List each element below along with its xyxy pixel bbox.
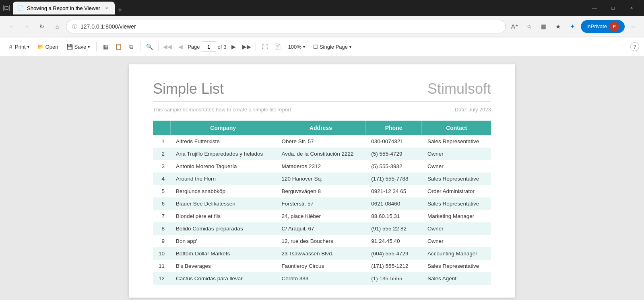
save-label: Save bbox=[74, 44, 87, 50]
inprivate-button[interactable]: InPrivate P bbox=[581, 20, 625, 33]
close-button[interactable]: × bbox=[622, 0, 641, 16]
refresh-button[interactable]: ↻ bbox=[35, 20, 48, 33]
cell-company: Berglunds snabbköp bbox=[170, 185, 276, 197]
new-tab-button[interactable]: + bbox=[115, 6, 126, 14]
cell-company: Alfreds Futterkiste bbox=[170, 135, 276, 148]
more-options-button[interactable]: ··· bbox=[626, 20, 639, 33]
address-text: 127.0.0.1:8000/viewer bbox=[80, 23, 136, 30]
cell-contact: Sales Representative bbox=[422, 173, 491, 185]
fullscreen-button[interactable]: ⛶ bbox=[259, 41, 270, 52]
last-page-button[interactable]: ▶▶ bbox=[241, 41, 252, 52]
open-label: Open bbox=[45, 44, 58, 50]
back-icon: ← bbox=[8, 23, 14, 30]
header-company: Company bbox=[170, 121, 276, 135]
table-row: 8 Bólido Comidas preparadas C/ Araquil, … bbox=[153, 222, 491, 235]
help-button[interactable]: ? bbox=[630, 42, 639, 51]
view-mode-checkbox-icon: ☐ bbox=[313, 44, 318, 50]
table-row: 4 Around the Horn 120 Hanover Sq. (171) … bbox=[153, 173, 491, 185]
address-bar[interactable]: ⓘ 127.0.0.1:8000/viewer bbox=[66, 20, 506, 33]
cell-phone: (5) 555-3932 bbox=[365, 160, 422, 173]
table-row: 10 Bottom-Dollar Markets 23 Tsawwassen B… bbox=[153, 247, 491, 260]
minimize-button[interactable]: — bbox=[585, 0, 604, 16]
cell-company: Bon app' bbox=[170, 235, 276, 247]
print-button[interactable]: 🖨 Print ▾ bbox=[5, 40, 33, 53]
report-table: Company Address Phone Contact 1 Alfreds … bbox=[153, 121, 491, 285]
copy-button[interactable]: ⧉ bbox=[126, 41, 137, 52]
split-screen-button[interactable]: ▦ bbox=[537, 20, 550, 33]
star-icon: ☆ bbox=[526, 23, 532, 30]
next-page-button[interactable]: ▶ bbox=[228, 41, 239, 52]
tab-title: Showing a Report in the Viewer bbox=[27, 5, 100, 11]
restore-button[interactable]: □ bbox=[604, 0, 622, 16]
cell-address: 12, rue des Bouchers bbox=[276, 235, 366, 247]
report-header-left: Simple List bbox=[153, 80, 224, 97]
cell-contact: Owner bbox=[422, 222, 491, 235]
header-contact: Contact bbox=[422, 121, 491, 135]
table-row: 12 Cactus Comidas para llevar Cerrito 33… bbox=[153, 272, 491, 285]
page-input[interactable] bbox=[202, 41, 216, 52]
save-button[interactable]: 💾 Save ▾ bbox=[63, 40, 93, 53]
export-icon: 📄 bbox=[274, 43, 281, 50]
collections-icon: ★ bbox=[555, 23, 561, 30]
active-tab[interactable]: 📄 Showing a Report in the Viewer × bbox=[13, 2, 115, 14]
collections-button[interactable]: ★ bbox=[552, 20, 565, 33]
search-button[interactable]: 🔍 bbox=[144, 41, 155, 52]
forward-button[interactable]: → bbox=[20, 20, 33, 33]
table-row: 7 Blondel père et fils 24, place Kléber … bbox=[153, 210, 491, 222]
browser-window-icon bbox=[3, 5, 10, 11]
tab-close-button[interactable]: × bbox=[103, 5, 110, 11]
info-icon: ⓘ bbox=[72, 23, 77, 30]
zoom-label: 100% bbox=[288, 44, 301, 50]
cell-contact: Accounting Manager bbox=[422, 247, 491, 260]
cell-address: C/ Araquil, 67 bbox=[276, 222, 366, 235]
report-brand: Stimulsoft bbox=[427, 80, 491, 97]
cell-phone: (171) 555-1212 bbox=[365, 260, 422, 272]
cell-address: Avda. de la Constitución 2222 bbox=[276, 148, 366, 160]
copilot-button[interactable]: ✦ bbox=[566, 20, 579, 33]
read-aloud-button[interactable]: A⁺ bbox=[508, 20, 521, 33]
view-toggle-button[interactable]: ▦ bbox=[100, 41, 111, 52]
prev-page-icon: ◀ bbox=[178, 43, 183, 50]
page-total: 3 bbox=[223, 44, 226, 50]
view-mode-button[interactable]: ☐ Single Page ▾ bbox=[310, 40, 355, 53]
clipboard-button[interactable]: 📋 bbox=[113, 41, 124, 52]
page-of-label: of bbox=[218, 44, 222, 50]
zoom-button[interactable]: 100% ▾ bbox=[285, 40, 308, 53]
cell-contact: Order Administrator bbox=[422, 185, 491, 197]
zoom-dropdown-icon: ▾ bbox=[303, 45, 305, 49]
export-button[interactable]: 📄 bbox=[272, 41, 283, 52]
cell-num: 10 bbox=[153, 247, 170, 260]
fullscreen-icon: ⛶ bbox=[262, 43, 268, 50]
header-phone: Phone bbox=[365, 121, 422, 135]
cell-address: 120 Hanover Sq. bbox=[276, 173, 366, 185]
first-page-button[interactable]: ◀◀ bbox=[162, 41, 173, 52]
split-screen-icon: ▦ bbox=[541, 23, 547, 30]
read-aloud-icon: A⁺ bbox=[511, 23, 518, 30]
back-button[interactable]: ← bbox=[5, 20, 18, 33]
title-bar-left: 📄 Showing a Report in the Viewer × + bbox=[3, 2, 125, 14]
header-address: Address bbox=[276, 121, 366, 135]
favorites-button[interactable]: ☆ bbox=[523, 20, 536, 33]
search-icon: 🔍 bbox=[146, 43, 153, 50]
home-icon: ⌂ bbox=[56, 23, 59, 30]
refresh-icon: ↻ bbox=[39, 23, 44, 30]
cell-num: 4 bbox=[153, 173, 170, 185]
table-header: Company Address Phone Contact bbox=[153, 121, 491, 135]
prev-page-button[interactable]: ◀ bbox=[175, 41, 186, 52]
cell-address: Cerrito 333 bbox=[276, 272, 366, 285]
help-icon: ? bbox=[633, 44, 636, 50]
table-row: 2 Ana Trujillo Emparedados y helados Avd… bbox=[153, 148, 491, 160]
cell-num: 7 bbox=[153, 210, 170, 222]
report-title: Simple List bbox=[153, 80, 224, 97]
cell-contact: Sales Representative bbox=[422, 260, 491, 272]
open-button[interactable]: 📂 Open bbox=[34, 40, 62, 53]
toolbar-separator-1 bbox=[96, 42, 97, 51]
toolbar-separator-3 bbox=[158, 42, 159, 51]
home-button[interactable]: ⌂ bbox=[51, 20, 64, 33]
report-header-right: Stimulsoft bbox=[427, 80, 491, 97]
view-mode-label: Single Page bbox=[320, 44, 348, 50]
cell-company: Around the Horn bbox=[170, 173, 276, 185]
table-row: 1 Alfreds Futterkiste Obere Str. 57 030-… bbox=[153, 135, 491, 148]
tab-bar: 📄 Showing a Report in the Viewer × + bbox=[13, 2, 125, 14]
cell-num: 9 bbox=[153, 235, 170, 247]
